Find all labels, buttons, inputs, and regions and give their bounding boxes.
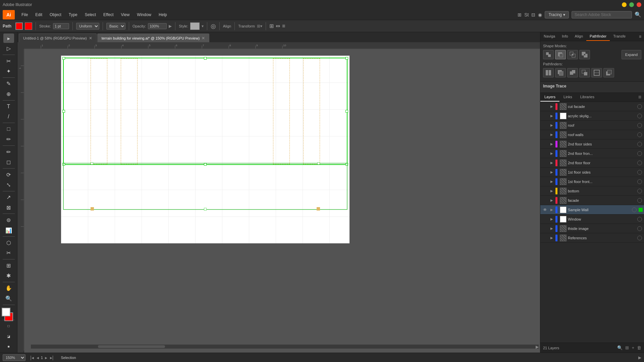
opacity-input[interactable] xyxy=(148,23,167,29)
handle-tl[interactable] xyxy=(62,57,65,60)
layer-expand-arrow[interactable]: ▶ xyxy=(549,111,554,121)
tab-info[interactable]: Info xyxy=(558,32,571,41)
layer-target-indicator[interactable] xyxy=(637,123,642,128)
layer-visibility-toggle[interactable] xyxy=(541,186,549,196)
layer-row[interactable]: ▶acrylic skylig... xyxy=(540,111,644,121)
pf-crop[interactable] xyxy=(579,68,590,77)
stroke-color-swatch[interactable] xyxy=(25,22,32,30)
scrollbar-thumb[interactable] xyxy=(98,345,165,348)
layer-row[interactable]: ▶2nd floor sides xyxy=(540,139,644,149)
layer-row[interactable]: ▶roof walls xyxy=(540,130,644,139)
shape-mode-add[interactable] xyxy=(543,50,554,59)
scale-tool[interactable]: ⤡ xyxy=(3,180,14,189)
type-tool[interactable]: T xyxy=(3,102,14,111)
column-graph-tool[interactable]: 📊 xyxy=(3,226,14,235)
panel-more-icon[interactable]: ≡ xyxy=(636,32,644,41)
symbol-sprayer-tool[interactable]: ⊚ xyxy=(3,215,14,225)
layer-expand-arrow[interactable]: ▶ xyxy=(549,139,554,149)
magic-wand-tool[interactable]: ✦ xyxy=(3,66,14,76)
menu-window[interactable]: Window xyxy=(133,11,155,18)
layer-visibility-toggle[interactable] xyxy=(541,130,549,139)
layer-expand-arrow[interactable]: ▶ xyxy=(549,177,554,186)
arrange-icon[interactable]: ⊞ xyxy=(518,12,522,17)
transform-icon[interactable]: ⊞▾ xyxy=(257,24,262,28)
maximize-button[interactable] xyxy=(629,2,634,7)
menu-edit[interactable]: Edit xyxy=(32,11,46,18)
paintbrush-tool[interactable]: ✏ xyxy=(3,135,14,144)
layer-visibility-toggle[interactable]: 👁 xyxy=(541,205,549,215)
pf-minus-back[interactable] xyxy=(603,68,614,77)
layer-target-indicator[interactable] xyxy=(637,142,642,146)
layer-visibility-toggle[interactable] xyxy=(541,233,549,243)
layer-target-indicator[interactable] xyxy=(637,161,642,165)
layer-row[interactable]: ▶bottom xyxy=(540,186,644,196)
shape-mode-subtract[interactable] xyxy=(555,50,566,59)
direct-select-tool[interactable]: ▷ xyxy=(3,44,14,53)
layer-row[interactable]: ▶2nd floor floor xyxy=(540,158,644,168)
draw-behind-mode[interactable]: ◪ xyxy=(3,331,14,341)
layer-row[interactable]: ▶thistle image xyxy=(540,224,644,233)
layer-row[interactable]: ▶roof xyxy=(540,121,644,130)
handle-tm[interactable] xyxy=(204,57,207,60)
compass-icon[interactable]: ◉ xyxy=(538,12,542,17)
anchor-tool[interactable]: ⊕ xyxy=(3,89,14,99)
draw-normal-mode[interactable]: □ xyxy=(3,321,14,330)
layer-expand-arrow[interactable]: ▶ xyxy=(549,224,554,233)
layer-row[interactable]: ▶Window xyxy=(540,215,644,224)
eyedropper-tool[interactable]: ✱ xyxy=(3,271,14,280)
layer-expand-arrow[interactable]: ▶ xyxy=(549,158,554,168)
shape-tool[interactable]: □ xyxy=(3,124,14,134)
opacity-more-icon[interactable]: ▶ xyxy=(169,24,172,28)
grid-layout-icon[interactable]: ⊞ xyxy=(269,23,274,29)
layers-tab-layers[interactable]: Layers xyxy=(540,93,559,102)
profile-select[interactable]: Basic xyxy=(106,23,125,29)
tracing-button[interactable]: Tracing ▾ xyxy=(545,11,569,18)
stroke-style-select[interactable]: Uniform xyxy=(76,23,99,29)
layer-row[interactable]: ▶References xyxy=(540,233,644,243)
make-sublayer-icon[interactable]: ⊞ xyxy=(625,345,629,350)
menu-view[interactable]: View xyxy=(118,11,133,18)
lower-handle-5[interactable] xyxy=(204,208,207,210)
layer-row[interactable]: ▶1st floor front... xyxy=(540,177,644,186)
layer-visibility-toggle[interactable] xyxy=(541,215,549,224)
free-transform-tool[interactable]: ⊠ xyxy=(3,203,14,212)
lower-handle-1[interactable] xyxy=(91,162,93,165)
hand-tool[interactable]: ✋ xyxy=(3,284,14,293)
select-tool[interactable]: ▸ xyxy=(3,34,14,43)
delete-layer-icon[interactable]: 🗑 xyxy=(637,345,641,350)
search-layers-icon[interactable]: 🔍 xyxy=(617,345,623,350)
appearance-icon[interactable]: ◎ xyxy=(211,22,216,30)
layer-visibility-toggle[interactable] xyxy=(541,224,549,233)
pf-divide[interactable] xyxy=(543,68,554,77)
blend-tool[interactable]: ⊞ xyxy=(3,261,14,270)
foreground-color[interactable] xyxy=(2,308,10,316)
workspace-icon[interactable]: ⊟ xyxy=(531,12,535,17)
zoom-select[interactable]: 150% 100% 75% 50% 25% xyxy=(3,354,25,361)
layer-target-indicator[interactable] xyxy=(637,170,642,175)
first-page-btn[interactable]: |◂ xyxy=(30,355,35,360)
fill-color-swatch[interactable] xyxy=(15,22,23,30)
lower-handle-4[interactable] xyxy=(317,207,320,210)
layer-visibility-toggle[interactable] xyxy=(541,111,549,121)
menu-select[interactable]: Select xyxy=(82,11,99,18)
tab-align[interactable]: Align xyxy=(572,32,586,41)
layer-visibility-toggle[interactable] xyxy=(541,177,549,186)
rotate-tool[interactable]: ⟳ xyxy=(3,170,14,179)
tab-untitled[interactable]: Untitled-1 @ 58% (RGB/GPU Preview) ✕ xyxy=(19,34,97,42)
zoom-tool[interactable]: 🔍 xyxy=(3,294,14,303)
tab-navigate[interactable]: Naviga xyxy=(540,32,558,41)
layer-expand-arrow[interactable]: ▶ xyxy=(549,121,554,130)
layer-expand-arrow[interactable]: ▶ xyxy=(549,186,554,196)
layer-expand-arrow[interactable]: ▶ xyxy=(549,196,554,205)
pf-trim[interactable] xyxy=(555,68,566,77)
layer-row[interactable]: ▶2nd floor fron... xyxy=(540,149,644,158)
menu-effect[interactable]: Effect xyxy=(100,11,117,18)
menu-object[interactable]: Object xyxy=(46,11,65,18)
layer-target-indicator[interactable] xyxy=(637,114,642,118)
layer-visibility-toggle[interactable] xyxy=(541,121,549,130)
menu-icon[interactable]: ≡ xyxy=(282,23,285,29)
last-page-btn[interactable]: ▸| xyxy=(49,355,54,360)
layer-expand-arrow[interactable]: ▶ xyxy=(549,102,554,111)
layer-expand-arrow[interactable]: ▶ xyxy=(549,149,554,158)
prev-page-btn[interactable]: ◂ xyxy=(36,355,40,360)
